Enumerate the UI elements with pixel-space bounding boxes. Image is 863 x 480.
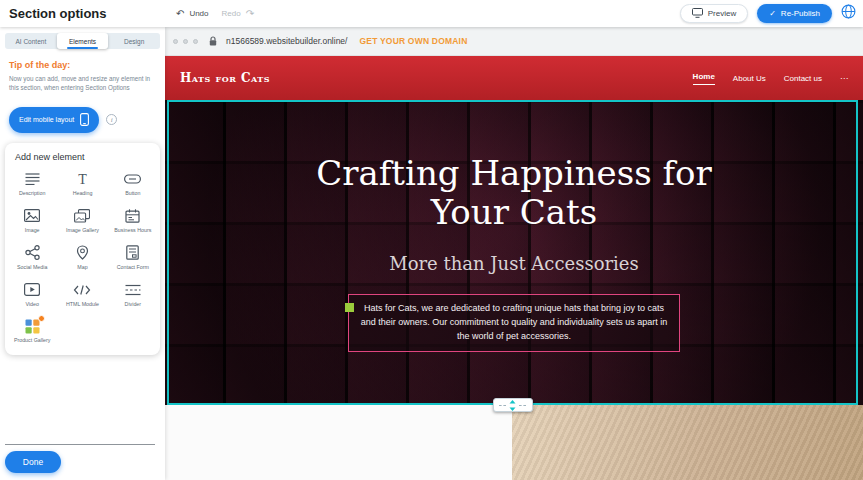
element-item-description[interactable]: Description — [7, 171, 57, 197]
site-url: n1566589.websitebuilder.online/ — [226, 36, 347, 46]
svg-text:T: T — [78, 172, 87, 186]
window-dot-icon — [173, 39, 178, 44]
nav-item-contact[interactable]: Contact us — [784, 74, 822, 83]
element-item-html-module[interactable]: HTML Module — [57, 282, 107, 308]
social-media-icon — [25, 245, 40, 261]
next-section-image[interactable] — [512, 405, 863, 480]
divider-icon — [125, 282, 141, 298]
element-item-video[interactable]: Video — [7, 282, 57, 308]
language-globe-icon[interactable] — [841, 4, 856, 23]
sidebar-divider — [5, 444, 155, 445]
element-item-heading[interactable]: T Heading — [57, 171, 107, 197]
top-actions: Preview ✓ Re-Publish — [680, 4, 856, 23]
undo-button[interactable]: Undo — [189, 9, 208, 18]
nav-item-home[interactable]: Home — [693, 72, 715, 85]
html-module-icon — [73, 282, 91, 298]
republish-button[interactable]: ✓ Re-Publish — [757, 4, 832, 23]
hero-heading-line1: Crafting Happiness for — [165, 154, 863, 193]
element-grid: Description T Heading Button — [7, 171, 158, 344]
add-new-element-panel: Add new element Description T Heading — [5, 143, 160, 355]
undo-redo-group: ↶ Undo Redo ↷ — [176, 8, 254, 19]
undo-icon[interactable]: ↶ — [176, 8, 184, 19]
page-title: Section options — [9, 6, 107, 21]
heading-icon: T — [75, 171, 90, 187]
preview-button[interactable]: Preview — [680, 4, 748, 23]
contact-form-icon — [126, 245, 139, 261]
edit-mobile-layout-button[interactable]: Edit mobile layout — [9, 107, 99, 133]
section-options-sidebar: AI Content Elements Design Tip of the da… — [0, 27, 165, 480]
info-icon[interactable]: i — [106, 114, 117, 125]
element-item-image-gallery[interactable]: Image Gallery — [57, 208, 107, 234]
redo-button[interactable]: Redo — [222, 9, 241, 18]
element-item-image[interactable]: Image — [7, 208, 57, 234]
hero-heading[interactable]: Crafting Happiness for Your Cats — [165, 154, 863, 233]
element-item-product-gallery[interactable]: Product Gallery — [7, 318, 57, 344]
element-drag-handle[interactable] — [345, 303, 354, 312]
tip-body: Now you can add, move and resize any ele… — [9, 74, 156, 93]
monitor-icon — [692, 8, 703, 20]
hero-paragraph-text: Hats for Cats, we are dedicated to craft… — [361, 303, 668, 341]
window-dot-icon — [193, 39, 198, 44]
preview-label: Preview — [708, 9, 736, 18]
sidebar-tabs: AI Content Elements Design — [5, 33, 160, 49]
button-icon — [124, 171, 141, 187]
map-pin-icon — [76, 245, 89, 261]
nav-more-icon[interactable]: ⋯ — [840, 74, 848, 83]
app-window: Section options ↶ Undo Redo ↷ Preview ✓ … — [0, 0, 863, 480]
hero-section[interactable]: Crafting Happiness for Your Cats More th… — [165, 100, 863, 405]
hero-subtitle[interactable]: More than Just Accessories — [165, 253, 863, 274]
element-item-contact-form[interactable]: Contact Form — [108, 245, 158, 271]
section-resize-handle[interactable] — [493, 398, 533, 412]
add-panel-title: Add new element — [15, 152, 158, 162]
mobile-layout-row: Edit mobile layout i — [0, 99, 165, 141]
tip-title: Tip of the day: — [9, 60, 156, 70]
browser-chrome: n1566589.websitebuilder.online/ GET YOUR… — [165, 27, 863, 56]
handle-dash — [499, 405, 506, 406]
resize-arrows-icon — [509, 400, 516, 411]
check-icon: ✓ — [769, 9, 776, 18]
nav-item-about[interactable]: About Us — [733, 74, 766, 83]
site-preview: Hats for Cats Home About Us Contact us ⋯… — [165, 56, 863, 480]
tab-ai-content[interactable]: AI Content — [5, 33, 57, 49]
description-icon — [25, 171, 40, 187]
window-dot-icon — [183, 39, 188, 44]
product-gallery-icon — [25, 318, 40, 334]
image-gallery-icon — [74, 208, 90, 224]
handle-dash — [519, 405, 526, 406]
republish-label: Re-Publish — [781, 9, 820, 18]
tab-elements[interactable]: Elements — [57, 33, 109, 49]
element-item-business-hours[interactable]: Business Hours — [108, 208, 158, 234]
element-item-button[interactable]: Button — [108, 171, 158, 197]
redo-icon[interactable]: ↷ — [246, 8, 254, 19]
top-toolbar: Section options ↶ Undo Redo ↷ Preview ✓ … — [0, 0, 863, 27]
element-item-social-media[interactable]: Social Media — [7, 245, 57, 271]
hero-heading-line2: Your Cats — [165, 193, 863, 232]
tip-of-the-day: Tip of the day: Now you can add, move an… — [0, 49, 165, 99]
business-hours-icon — [125, 208, 140, 224]
site-header[interactable]: Hats for Cats Home About Us Contact us ⋯ — [165, 56, 863, 100]
done-button[interactable]: Done — [5, 451, 61, 473]
image-icon — [24, 208, 40, 224]
next-section[interactable] — [165, 405, 863, 480]
video-icon — [24, 282, 40, 298]
element-item-map[interactable]: Map — [57, 245, 107, 271]
editor-canvas: n1566589.websitebuilder.online/ GET YOUR… — [165, 27, 863, 480]
edit-mobile-label: Edit mobile layout — [19, 116, 74, 123]
tab-design[interactable]: Design — [108, 33, 160, 49]
phone-icon — [80, 113, 89, 127]
new-badge — [38, 315, 45, 322]
element-item-divider[interactable]: Divider — [108, 282, 158, 308]
get-own-domain-link[interactable]: GET YOUR OWN DOMAIN — [359, 36, 467, 46]
hero-paragraph-selected[interactable]: Hats for Cats, we are dedicated to craft… — [348, 294, 680, 352]
site-nav: Home About Us Contact us ⋯ — [693, 72, 848, 85]
site-logo[interactable]: Hats for Cats — [180, 71, 270, 85]
lock-icon — [209, 36, 217, 46]
